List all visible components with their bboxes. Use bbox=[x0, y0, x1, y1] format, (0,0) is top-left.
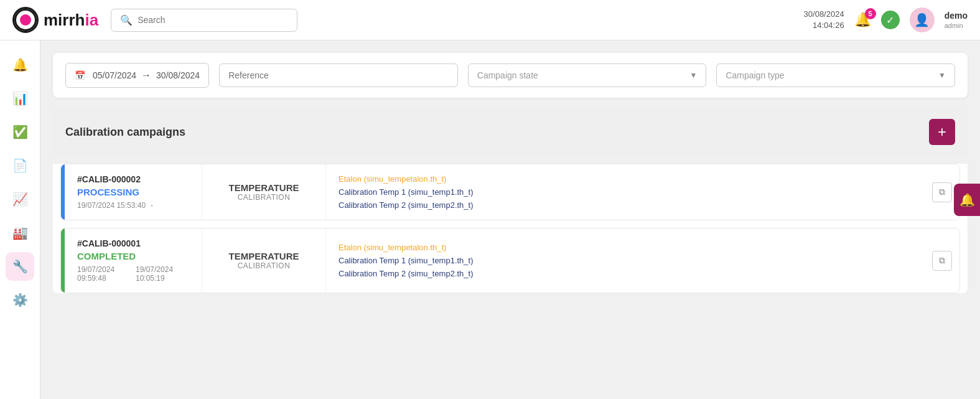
card-right-2: Etalon (simu_tempetalon.th_t) Calibratio… bbox=[326, 228, 959, 293]
campaigns-list: #CALIB-000002 PROCESSING 19/07/2024 15:5… bbox=[53, 164, 968, 293]
card-left-2: #CALIB-000001 COMPLETED 19/07/2024 09:59… bbox=[65, 228, 202, 293]
sidebar-item-doc[interactable]: 📄 bbox=[6, 151, 34, 180]
logo-icon bbox=[12, 7, 39, 33]
logo-inner-circle bbox=[20, 14, 31, 26]
campaign-status-2: COMPLETED bbox=[77, 251, 189, 261]
search-icon: 🔍 bbox=[120, 14, 133, 26]
user-info: demo admin bbox=[945, 10, 968, 30]
sidebar-item-calibration[interactable]: 🔧 bbox=[6, 252, 34, 281]
campaign-date-sep-1: - bbox=[151, 201, 153, 210]
sidebar-item-bell[interactable]: 🔔 bbox=[6, 50, 34, 79]
add-campaign-button[interactable]: + bbox=[929, 119, 955, 145]
campaign-type-label: Campaign type bbox=[726, 70, 784, 80]
filter-bar: 📅 05/07/2024 → 30/08/2024 Campaign state… bbox=[53, 53, 968, 98]
notifications-wrapper[interactable]: 🔔 5 bbox=[854, 12, 871, 28]
sidebar-item-tasks[interactable]: ✅ bbox=[6, 118, 34, 146]
card-center-1: TEMPERATURE CALIBRATION bbox=[202, 164, 326, 220]
section-title: Calibration campaigns bbox=[65, 126, 185, 139]
sidebar-item-bar-chart[interactable]: 📈 bbox=[6, 185, 34, 214]
card-right-1: Etalon (simu_tempetalon.th_t) Calibratio… bbox=[326, 164, 959, 220]
app-header: mirrhia 🔍 30/08/2024 14:04:26 🔔 5 ✓ 👤 de… bbox=[0, 0, 980, 40]
campaign-type-2: TEMPERATURE bbox=[228, 251, 299, 261]
campaign-status-1: PROCESSING bbox=[77, 187, 189, 197]
campaign-dates-1: 19/07/2024 15:53:40 - bbox=[77, 201, 189, 210]
reference-input[interactable] bbox=[219, 63, 458, 87]
logo-mirr: mirrh bbox=[44, 11, 85, 29]
logo-hia: ia bbox=[85, 11, 98, 29]
copy-button-2[interactable]: ⧉ bbox=[932, 251, 952, 271]
datetime-time: 14:04:26 bbox=[804, 20, 844, 31]
campaign-card-1: #CALIB-000002 PROCESSING 19/07/2024 15:5… bbox=[60, 164, 960, 220]
main-content: 📅 05/07/2024 → 30/08/2024 Campaign state… bbox=[40, 40, 980, 399]
date-start: 05/07/2024 bbox=[93, 70, 136, 80]
campaign-date-end-2: 19/07/2024 10:05:19 bbox=[136, 265, 189, 283]
search-bar[interactable]: 🔍 bbox=[111, 9, 297, 32]
campaign-card-2: #CALIB-000001 COMPLETED 19/07/2024 09:59… bbox=[60, 228, 960, 293]
section-header: Calibration campaigns + bbox=[53, 108, 968, 156]
campaign-state-chevron: ▼ bbox=[689, 71, 697, 80]
header-right: 30/08/2024 14:04:26 🔔 5 ✓ 👤 demo admin bbox=[804, 7, 968, 32]
card-center-2: TEMPERATURE CALIBRATION bbox=[202, 228, 326, 293]
search-input[interactable] bbox=[138, 15, 288, 25]
copy-button-1[interactable]: ⧉ bbox=[932, 182, 952, 202]
sidebar: 🔔 📊 ✅ 📄 📈 🏭 🔧 ⚙️ bbox=[0, 40, 40, 399]
campaign-dates-2: 19/07/2024 09:59:48 19/07/2024 10:05:19 bbox=[77, 265, 189, 283]
sidebar-item-factory[interactable]: 🏭 bbox=[6, 218, 34, 247]
calib-item-1-1: Calibration Temp 1 (simu_temp1.th_t) bbox=[338, 187, 947, 197]
user-name: demo bbox=[945, 10, 968, 21]
campaign-state-select[interactable]: Campaign state ▼ bbox=[468, 63, 707, 87]
notifications-badge: 5 bbox=[865, 8, 876, 19]
date-arrow: → bbox=[141, 70, 151, 81]
logo-text: mirrhia bbox=[44, 11, 98, 30]
sidebar-item-settings[interactable]: ⚙️ bbox=[6, 286, 34, 314]
campaign-subtype-2: CALIBRATION bbox=[238, 261, 291, 270]
calib-item-2-2: Calibration Temp 2 (simu_temp2.th_t) bbox=[338, 269, 947, 278]
campaign-type-1: TEMPERATURE bbox=[228, 182, 299, 193]
calibration-section: Calibration campaigns + #CALIB-000002 PR… bbox=[53, 108, 968, 293]
etalon-link-2[interactable]: Etalon (simu_tempetalon.th_t) bbox=[338, 243, 947, 252]
campaign-id-2: #CALIB-000001 bbox=[77, 238, 189, 248]
logo: mirrhia bbox=[12, 7, 98, 33]
calendar-icon: 📅 bbox=[75, 70, 85, 80]
campaign-type-chevron: ▼ bbox=[938, 71, 946, 80]
status-check-icon[interactable]: ✓ bbox=[881, 11, 900, 29]
calib-item-1-2: Calibration Temp 2 (simu_temp2.th_t) bbox=[338, 200, 947, 210]
card-left-1: #CALIB-000002 PROCESSING 19/07/2024 15:5… bbox=[65, 164, 202, 220]
campaign-type-select[interactable]: Campaign type ▼ bbox=[716, 63, 955, 87]
campaign-date-start-1: 19/07/2024 15:53:40 bbox=[77, 201, 146, 210]
date-end: 30/08/2024 bbox=[156, 70, 200, 80]
calib-item-2-1: Calibration Temp 1 (simu_temp1.th_t) bbox=[338, 256, 947, 265]
avatar[interactable]: 👤 bbox=[910, 7, 935, 32]
etalon-link-1[interactable]: Etalon (simu_tempetalon.th_t) bbox=[338, 174, 947, 184]
user-role: admin bbox=[945, 21, 968, 30]
campaign-subtype-1: CALIBRATION bbox=[238, 193, 291, 202]
datetime-date: 30/08/2024 bbox=[804, 9, 844, 20]
campaign-id-1: #CALIB-000002 bbox=[77, 174, 189, 184]
datetime: 30/08/2024 14:04:26 bbox=[804, 9, 844, 31]
campaign-date-start-2: 19/07/2024 09:59:48 bbox=[77, 265, 131, 283]
sidebar-item-chart[interactable]: 📊 bbox=[6, 84, 34, 113]
date-range-picker[interactable]: 📅 05/07/2024 → 30/08/2024 bbox=[65, 63, 209, 88]
campaign-state-label: Campaign state bbox=[477, 70, 538, 80]
float-notification-button[interactable]: 🔔 bbox=[954, 184, 980, 216]
